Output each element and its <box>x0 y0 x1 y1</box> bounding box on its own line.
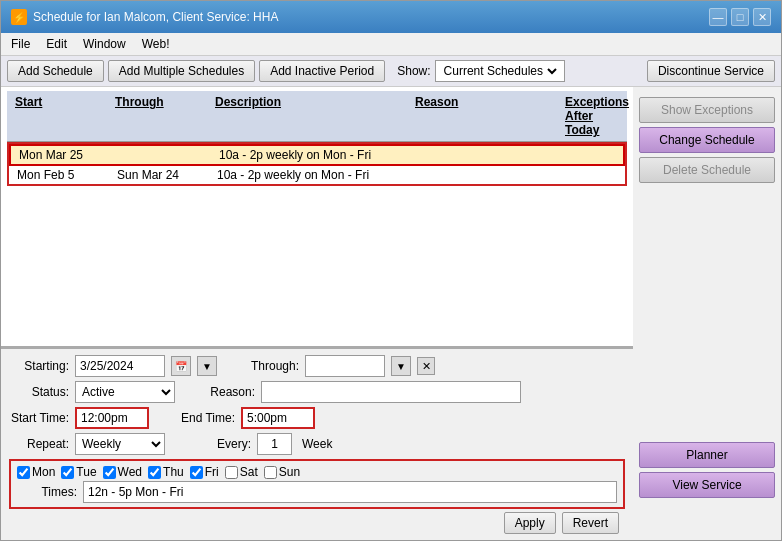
thu-label: Thu <box>163 465 184 479</box>
col-description[interactable]: Description <box>211 93 411 139</box>
through-clear-button[interactable]: ✕ <box>417 357 435 375</box>
times-input[interactable] <box>83 481 617 503</box>
end-time-input[interactable] <box>243 409 313 427</box>
add-schedule-button[interactable]: Add Schedule <box>7 60 104 82</box>
revert-button[interactable]: Revert <box>562 512 619 534</box>
sat-label: Sat <box>240 465 258 479</box>
discontinue-service-button[interactable]: Discontinue Service <box>647 60 775 82</box>
col-start[interactable]: Start <box>11 93 111 139</box>
sat-checkbox-item: Sat <box>225 465 258 479</box>
mon-label: Mon <box>32 465 55 479</box>
fri-checkbox-item: Fri <box>190 465 219 479</box>
through-dropdown-button[interactable]: ▼ <box>391 356 411 376</box>
fri-checkbox[interactable] <box>190 466 203 479</box>
tue-checkbox-item: Tue <box>61 465 96 479</box>
window-title: Schedule for Ian Malcom, Client Service:… <box>33 10 278 24</box>
col-through[interactable]: Through <box>111 93 211 139</box>
cell-start: Mon Feb 5 <box>13 167 113 183</box>
fri-label: Fri <box>205 465 219 479</box>
repeat-label: Repeat: <box>9 437 69 451</box>
calendar-button[interactable]: 📅 <box>171 356 191 376</box>
cell-through: Sun Mar 24 <box>113 167 213 183</box>
tue-checkbox[interactable] <box>61 466 74 479</box>
show-label: Show: <box>397 64 430 78</box>
sat-checkbox[interactable] <box>225 466 238 479</box>
menu-file[interactable]: File <box>5 35 36 53</box>
through-input[interactable] <box>305 355 385 377</box>
cell-through <box>115 147 215 163</box>
date-dropdown-button[interactable]: ▼ <box>197 356 217 376</box>
planner-button[interactable]: Planner <box>639 442 775 468</box>
mon-checkbox[interactable] <box>17 466 30 479</box>
col-exceptions[interactable]: Exceptions After Today <box>561 93 633 139</box>
apply-button[interactable]: Apply <box>504 512 556 534</box>
cell-reason <box>415 147 565 163</box>
cell-exceptions <box>565 147 619 163</box>
every-input[interactable] <box>257 433 292 455</box>
week-label: Week <box>302 437 332 451</box>
mon-checkbox-item: Mon <box>17 465 55 479</box>
sun-label: Sun <box>279 465 300 479</box>
reason-input[interactable] <box>261 381 521 403</box>
status-select[interactable]: Active Inactive <box>75 381 175 403</box>
every-label: Every: <box>191 437 251 451</box>
app-icon: ⚡ <box>11 9 27 25</box>
col-reason[interactable]: Reason <box>411 93 561 139</box>
through-label: Through: <box>239 359 299 373</box>
maximize-button[interactable]: □ <box>731 8 749 26</box>
show-exceptions-button[interactable]: Show Exceptions <box>639 97 775 123</box>
wed-label: Wed <box>118 465 142 479</box>
cell-description: 10a - 2p weekly on Mon - Fri <box>215 147 415 163</box>
add-inactive-period-button[interactable]: Add Inactive Period <box>259 60 385 82</box>
cell-exceptions <box>563 167 621 183</box>
end-time-label: End Time: <box>175 411 235 425</box>
start-time-input[interactable] <box>77 409 147 427</box>
wed-checkbox[interactable] <box>103 466 116 479</box>
thu-checkbox[interactable] <box>148 466 161 479</box>
close-button[interactable]: ✕ <box>753 8 771 26</box>
menu-web[interactable]: Web! <box>136 35 176 53</box>
minimize-button[interactable]: — <box>709 8 727 26</box>
thu-checkbox-item: Thu <box>148 465 184 479</box>
add-multiple-schedules-button[interactable]: Add Multiple Schedules <box>108 60 255 82</box>
delete-schedule-button[interactable]: Delete Schedule <box>639 157 775 183</box>
starting-input[interactable] <box>75 355 165 377</box>
cell-start: Mon Mar 25 <box>15 147 115 163</box>
change-schedule-button[interactable]: Change Schedule <box>639 127 775 153</box>
tue-label: Tue <box>76 465 96 479</box>
status-label: Status: <box>9 385 69 399</box>
menu-window[interactable]: Window <box>77 35 132 53</box>
table-body: Mon Mar 25 10a - 2p weekly on Mon - Fri … <box>7 142 627 186</box>
show-dropdown[interactable]: Current Schedules All Schedules <box>435 60 565 82</box>
table-row[interactable]: Mon Feb 5 Sun Mar 24 10a - 2p weekly on … <box>9 166 625 184</box>
cell-description: 10a - 2p weekly on Mon - Fri <box>213 167 413 183</box>
starting-label: Starting: <box>9 359 69 373</box>
sun-checkbox[interactable] <box>264 466 277 479</box>
table-header: Start Through Description Reason Excepti… <box>7 91 627 142</box>
times-label: Times: <box>17 485 77 499</box>
cell-reason <box>413 167 563 183</box>
table-row[interactable]: Mon Mar 25 10a - 2p weekly on Mon - Fri <box>9 144 625 166</box>
reason-label: Reason: <box>195 385 255 399</box>
wed-checkbox-item: Wed <box>103 465 142 479</box>
menu-edit[interactable]: Edit <box>40 35 73 53</box>
sun-checkbox-item: Sun <box>264 465 300 479</box>
view-service-button[interactable]: View Service <box>639 472 775 498</box>
start-time-label: Start Time: <box>9 411 69 425</box>
repeat-select[interactable]: Weekly Daily Monthly <box>75 433 165 455</box>
show-select[interactable]: Current Schedules All Schedules <box>440 63 560 79</box>
